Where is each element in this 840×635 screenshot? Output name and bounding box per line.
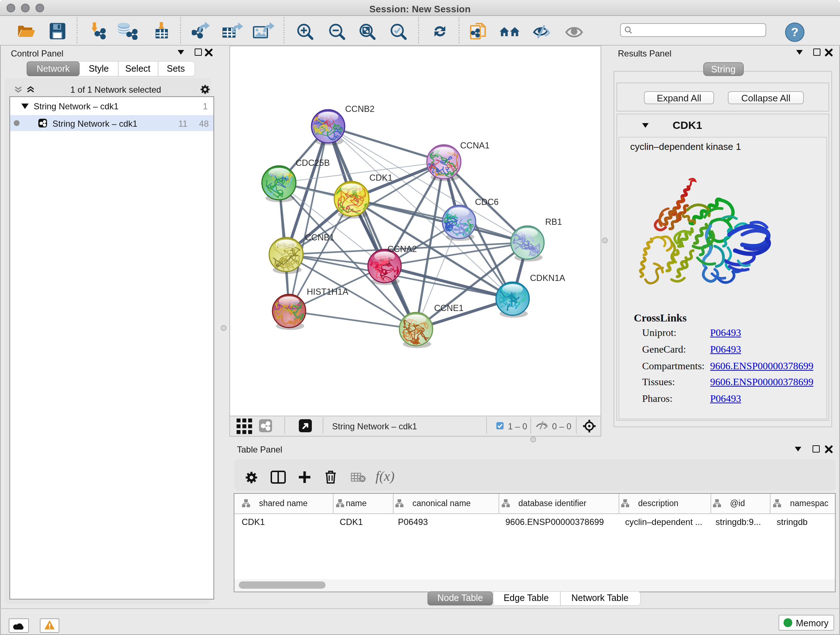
svg-text:?: ? [791, 25, 799, 39]
svg-text:RB1: RB1 [545, 217, 562, 226]
svg-text:CDK1: CDK1 [369, 172, 392, 182]
svg-text:CCNB1: CCNB1 [305, 232, 334, 242]
svg-text:CDC25B: CDC25B [295, 157, 330, 167]
svg-text:CDC6: CDC6 [475, 196, 498, 206]
svg-text:HIST1H1A: HIST1H1A [306, 287, 348, 296]
svg-text:CCNA2: CCNA2 [387, 244, 416, 253]
svg-text:CCNA1: CCNA1 [460, 140, 489, 150]
svg-text:CCNE1: CCNE1 [434, 302, 463, 312]
svg-text:CDKN1A: CDKN1A [530, 272, 565, 282]
svg-text:CCNB2: CCNB2 [345, 103, 374, 113]
